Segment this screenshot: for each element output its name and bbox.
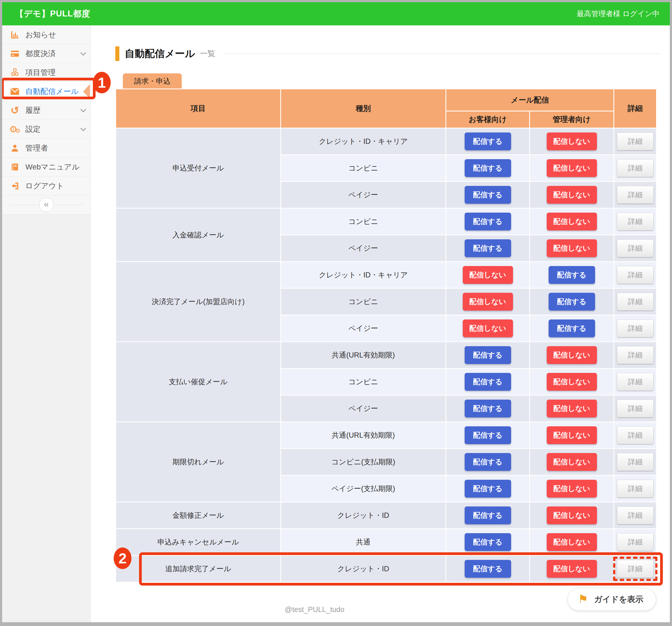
sidebar-item-logout[interactable]: ログアウト: [2, 176, 91, 195]
table-row: 支払い催促メール共通(URL有効期限)配信する配信しない詳細: [116, 342, 656, 369]
detail-button[interactable]: 詳細: [617, 400, 654, 418]
not-deliver-button[interactable]: 配信しない: [547, 212, 597, 230]
deliver-button[interactable]: 配信する: [465, 132, 511, 150]
detail-button[interactable]: 詳細: [617, 212, 654, 230]
customer-mail-cell: 配信する: [446, 155, 530, 182]
login-status: 最高管理者様 ログイン中: [577, 9, 659, 19]
not-deliver-button[interactable]: 配信しない: [547, 132, 597, 150]
sidebar-item-label: ログアウト: [25, 181, 64, 191]
deliver-button[interactable]: 配信する: [465, 480, 511, 498]
not-deliver-button[interactable]: 配信しない: [547, 186, 597, 204]
deliver-button[interactable]: 配信する: [465, 239, 511, 257]
not-deliver-button[interactable]: 配信しない: [463, 293, 513, 310]
user-icon: [9, 144, 21, 153]
customer-mail-cell: 配信する: [446, 529, 530, 556]
sidebar-item-settings[interactable]: ⚙⚙ 設定: [2, 120, 91, 139]
guide-button-label: ガイドを表示: [594, 594, 643, 605]
deliver-button[interactable]: 配信する: [465, 400, 511, 418]
not-deliver-button[interactable]: 配信しない: [547, 400, 597, 418]
detail-button[interactable]: 詳細: [617, 186, 654, 204]
detail-cell: 詳細: [614, 475, 656, 502]
detail-button[interactable]: 詳細: [617, 533, 654, 551]
detail-button[interactable]: 詳細: [617, 560, 654, 578]
deliver-button[interactable]: 配信する: [465, 186, 511, 204]
detail-button[interactable]: 詳細: [617, 159, 654, 177]
admin-mail-cell: 配信する: [530, 315, 614, 342]
page-title-text: 自動配信メール: [125, 47, 195, 60]
sidebar-collapse-button[interactable]: «: [39, 198, 54, 212]
detail-button[interactable]: 詳細: [617, 480, 654, 498]
sidebar-item-label: 項目管理: [25, 68, 56, 78]
item-cell: 期限切れメール: [116, 422, 281, 502]
detail-button[interactable]: 詳細: [617, 373, 654, 391]
deliver-button[interactable]: 配信する: [465, 346, 511, 364]
not-deliver-button[interactable]: 配信しない: [547, 426, 597, 444]
not-deliver-button[interactable]: 配信しない: [463, 320, 513, 337]
sidebar-item-admin[interactable]: 管理者: [2, 139, 91, 157]
deliver-button[interactable]: 配信する: [465, 506, 511, 524]
customer-mail-cell: 配信する: [446, 502, 530, 529]
not-deliver-button[interactable]: 配信しない: [547, 533, 597, 551]
deliver-button[interactable]: 配信する: [465, 159, 511, 177]
deliver-button[interactable]: 配信する: [549, 293, 595, 310]
deliver-button[interactable]: 配信する: [465, 453, 511, 471]
sidebar-item-history[interactable]: ↺ 履歴: [2, 101, 91, 120]
not-deliver-button[interactable]: 配信しない: [547, 560, 597, 578]
detail-button[interactable]: 詳細: [617, 239, 654, 257]
type-cell: 共通(URL有効期限): [281, 342, 446, 369]
logout-icon: [9, 181, 21, 191]
not-deliver-button[interactable]: 配信しない: [547, 346, 597, 364]
admin-mail-cell: 配信しない: [530, 128, 614, 155]
app-header: 【デモ】PULL都度 最高管理者様 ログイン中: [2, 2, 670, 25]
detail-button[interactable]: 詳細: [617, 506, 654, 524]
type-cell: コンビニ(支払期限): [281, 449, 446, 475]
deliver-button[interactable]: 配信する: [549, 320, 595, 337]
not-deliver-button[interactable]: 配信しない: [463, 266, 513, 284]
sidebar-item-item-management[interactable]: 項目管理: [2, 63, 91, 82]
sidebar-item-web-manual[interactable]: Webマニュアル: [2, 157, 91, 176]
sidebar-item-payment[interactable]: 都度決済: [2, 44, 91, 63]
page-subtitle: 一覧: [200, 49, 215, 59]
title-rule: [222, 54, 660, 54]
detail-button[interactable]: 詳細: [617, 320, 654, 337]
active-item-arrow-icon: [83, 84, 90, 99]
detail-cell: 詳細: [614, 155, 656, 182]
detail-button[interactable]: 詳細: [617, 426, 654, 444]
tab-billing-application[interactable]: 請求・申込: [123, 73, 182, 89]
type-cell: 共通(URL有効期限): [281, 422, 446, 449]
customer-mail-cell: 配信する: [446, 422, 530, 449]
type-cell: クレジット・ID: [281, 502, 446, 529]
admin-mail-cell: 配信しない: [530, 502, 614, 529]
deliver-button[interactable]: 配信する: [465, 426, 511, 444]
not-deliver-button[interactable]: 配信しない: [547, 480, 597, 498]
sidebar-item-auto-mail[interactable]: 自動配信メール 1: [2, 82, 91, 101]
page-title: 自動配信メール 一覧: [115, 46, 660, 61]
item-cell: 入金確認メール: [116, 208, 281, 262]
sidebar-item-news[interactable]: お知らせ: [2, 25, 91, 44]
sidebar-item-label: Webマニュアル: [25, 162, 79, 172]
type-cell: コンビニ: [281, 289, 446, 315]
deliver-button[interactable]: 配信する: [465, 560, 511, 578]
detail-button[interactable]: 詳細: [617, 266, 654, 284]
detail-button[interactable]: 詳細: [617, 453, 654, 471]
deliver-button[interactable]: 配信する: [465, 373, 511, 391]
not-deliver-button[interactable]: 配信しない: [547, 453, 597, 471]
deliver-button[interactable]: 配信する: [549, 266, 595, 284]
detail-button[interactable]: 詳細: [617, 132, 654, 150]
not-deliver-button[interactable]: 配信しない: [547, 506, 597, 524]
show-guide-button[interactable]: ⚑ ガイドを表示: [568, 588, 656, 610]
table-row: 期限切れメール共通(URL有効期限)配信する配信しない詳細: [116, 422, 656, 449]
not-deliver-button[interactable]: 配信しない: [547, 159, 597, 177]
deliver-button[interactable]: 配信する: [465, 533, 511, 551]
type-cell: クレジット・ID・キャリア: [281, 128, 446, 155]
book-icon: [9, 162, 21, 172]
not-deliver-button[interactable]: 配信しない: [547, 239, 597, 257]
cubes-icon: [9, 68, 21, 77]
detail-button[interactable]: 詳細: [617, 293, 654, 310]
type-cell: コンビニ: [281, 155, 446, 182]
detail-cell: 詳細: [614, 502, 656, 529]
deliver-button[interactable]: 配信する: [465, 212, 511, 230]
not-deliver-button[interactable]: 配信しない: [547, 373, 597, 391]
detail-button[interactable]: 詳細: [617, 346, 654, 364]
admin-mail-cell: 配信する: [530, 289, 614, 315]
